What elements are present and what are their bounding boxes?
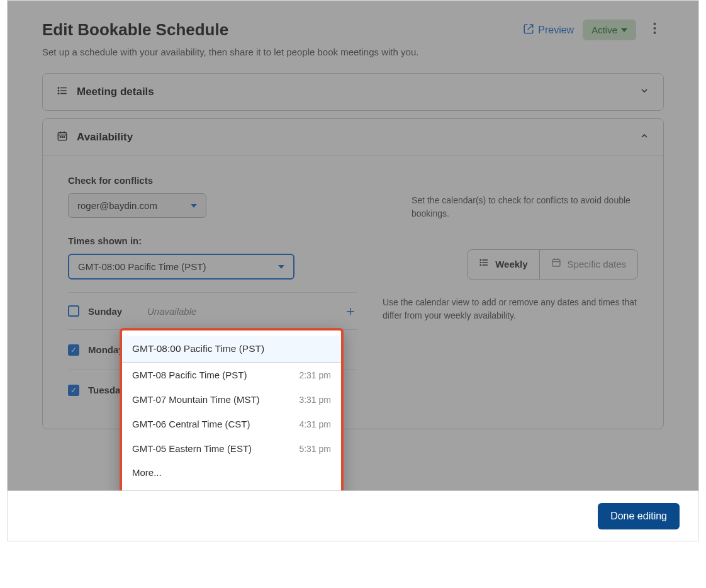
done-editing-button[interactable]: Done editing xyxy=(598,503,680,529)
timezone-option[interactable]: GMT-06 Central Time (CST) 4:31 pm xyxy=(122,412,341,436)
timezone-option[interactable]: GMT-07 Mountain Time (MST) 3:31 pm xyxy=(122,387,341,412)
timezone-option-time: 2:31 pm xyxy=(299,370,331,380)
timezone-option-more[interactable]: More... xyxy=(122,461,341,484)
timezone-dropdown-selected[interactable]: GMT-08:00 Pacific Time (PST) xyxy=(122,336,341,363)
timezone-option-label: GMT-06 Central Time (CST) xyxy=(132,419,250,429)
timezone-dropdown-popover: GMT-08:00 Pacific Time (PST) GMT-08 Paci… xyxy=(120,328,344,495)
timezone-option[interactable]: GMT-08 Pacific Time (PST) 2:31 pm xyxy=(122,363,341,387)
timezone-option-label: GMT-08 Pacific Time (PST) xyxy=(132,370,247,380)
modal-scrim[interactable] xyxy=(8,1,698,541)
timezone-option-time: 5:31 pm xyxy=(299,444,331,454)
timezone-option-label: GMT-05 Eastern Time (EST) xyxy=(132,443,252,454)
timezone-option-time: 4:31 pm xyxy=(299,419,331,429)
timezone-option-label: GMT-07 Mountain Time (MST) xyxy=(132,394,260,405)
timezone-option-time: 3:31 pm xyxy=(299,395,331,405)
page-footer: Done editing xyxy=(8,490,698,541)
page-container: Edit Bookable Schedule Preview Active Se… xyxy=(7,0,699,541)
timezone-option[interactable]: GMT-05 Eastern Time (EST) 5:31 pm xyxy=(122,436,341,461)
